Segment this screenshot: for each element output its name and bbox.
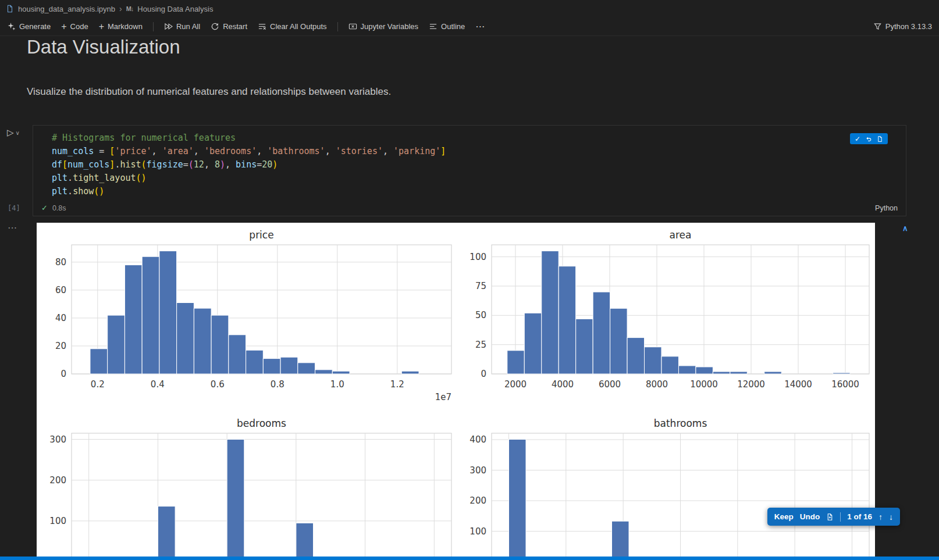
breadcrumb-section[interactable]: Housing Data Analysis bbox=[137, 5, 213, 13]
markdown-paragraph: Visualize the distribution of numerical … bbox=[27, 86, 391, 98]
code-cell[interactable]: # Histograms for numerical featuresnum_c… bbox=[33, 125, 906, 216]
add-markdown-label: Markdown bbox=[108, 22, 143, 31]
svg-text:20: 20 bbox=[55, 341, 66, 351]
jupyter-variables-button[interactable]: Jupyter Variables bbox=[348, 22, 418, 31]
svg-text:16000: 16000 bbox=[831, 379, 859, 390]
svg-text:1.2: 1.2 bbox=[390, 379, 404, 390]
svg-text:0: 0 bbox=[61, 369, 66, 379]
svg-text:12000: 12000 bbox=[737, 379, 765, 390]
breadcrumb: housing_data_analysis.ipynb › M↓ Housing… bbox=[0, 0, 939, 17]
divider bbox=[840, 512, 841, 522]
previous-edit-button[interactable]: ↑ bbox=[878, 512, 883, 522]
svg-text:area: area bbox=[670, 229, 692, 241]
svg-text:60: 60 bbox=[55, 285, 66, 295]
plus-icon: + bbox=[61, 22, 66, 32]
kernel-picker[interactable]: Python 3.13.3 bbox=[873, 22, 932, 31]
svg-text:0.4: 0.4 bbox=[151, 379, 165, 390]
toolbar-divider bbox=[337, 22, 338, 31]
scroll-up-icon[interactable]: ∧ bbox=[902, 224, 908, 233]
edit-review-bar: Keep Undo 1 of 16 ↑ ↓ bbox=[767, 508, 900, 526]
svg-text:100: 100 bbox=[49, 516, 66, 526]
svg-text:200: 200 bbox=[49, 475, 66, 486]
svg-text:bedrooms: bedrooms bbox=[237, 418, 286, 429]
cell-review-widget: ✓ bbox=[850, 133, 888, 144]
generate-button[interactable]: Generate bbox=[7, 22, 51, 31]
svg-text:200: 200 bbox=[470, 495, 486, 506]
next-edit-button[interactable]: ↓ bbox=[889, 512, 893, 522]
svg-text:0.2: 0.2 bbox=[91, 379, 105, 390]
notebook-file-icon bbox=[6, 5, 14, 13]
svg-text:40: 40 bbox=[55, 313, 66, 323]
outline-icon bbox=[429, 22, 438, 31]
add-code-label: Code bbox=[70, 22, 88, 31]
outline-label: Outline bbox=[441, 22, 465, 31]
restart-button[interactable]: Restart bbox=[211, 22, 247, 31]
clear-all-outputs-button[interactable]: Clear All Outputs bbox=[258, 22, 327, 31]
vscode-notebook-window: housing_data_analysis.ipynb › M↓ Housing… bbox=[0, 0, 939, 560]
svg-text:14000: 14000 bbox=[784, 379, 812, 390]
run-cell-controls[interactable]: ▷ ∨ bbox=[7, 127, 20, 138]
status-bar-edge bbox=[0, 557, 939, 560]
open-changed-file-icon[interactable] bbox=[826, 513, 834, 521]
discard-change-icon[interactable] bbox=[865, 135, 872, 142]
execution-count: [4] bbox=[8, 204, 20, 212]
run-cell-icon[interactable]: ▷ bbox=[7, 127, 14, 138]
run-all-button[interactable]: Run All bbox=[164, 22, 200, 31]
svg-text:300: 300 bbox=[49, 434, 66, 445]
sparkle-icon bbox=[7, 22, 16, 31]
svg-text:300: 300 bbox=[470, 465, 486, 476]
cell-output: 0204060800.20.40.60.81.01.21e7price02550… bbox=[37, 223, 875, 557]
keep-button[interactable]: Keep bbox=[774, 512, 794, 521]
execution-duration: 0.8s bbox=[52, 204, 66, 212]
outline-button[interactable]: Outline bbox=[429, 22, 465, 31]
jupyter-variables-label: Jupyter Variables bbox=[361, 22, 418, 31]
more-actions-button[interactable]: ⋯ bbox=[475, 21, 485, 32]
run-all-label: Run All bbox=[176, 22, 200, 31]
chevron-down-icon[interactable]: ∨ bbox=[16, 130, 20, 136]
svg-text:80: 80 bbox=[55, 257, 66, 267]
toolbar-divider bbox=[153, 22, 154, 31]
svg-text:400: 400 bbox=[470, 434, 486, 445]
open-file-icon[interactable] bbox=[877, 135, 883, 142]
markdown-heading: Data Visualization bbox=[27, 36, 180, 58]
variables-icon bbox=[348, 22, 357, 31]
cell-language-label[interactable]: Python bbox=[875, 204, 898, 212]
svg-text:75: 75 bbox=[475, 281, 486, 291]
clear-all-outputs-icon bbox=[258, 22, 266, 31]
edit-position-label: 1 of 16 bbox=[847, 512, 872, 521]
python-environment-icon bbox=[873, 22, 882, 31]
undo-button[interactable]: Undo bbox=[800, 512, 820, 521]
output-overflow-menu[interactable]: ⋯ bbox=[8, 222, 17, 233]
svg-text:100: 100 bbox=[470, 526, 486, 537]
restart-label: Restart bbox=[223, 22, 247, 31]
svg-text:8000: 8000 bbox=[646, 379, 668, 390]
svg-text:0: 0 bbox=[481, 369, 486, 379]
svg-text:1.0: 1.0 bbox=[330, 379, 344, 390]
svg-text:2000: 2000 bbox=[504, 379, 527, 390]
svg-text:4000: 4000 bbox=[552, 379, 574, 390]
svg-text:1e7: 1e7 bbox=[435, 392, 451, 402]
matplotlib-figure: 0204060800.20.40.60.81.01.21e7price02550… bbox=[37, 223, 875, 557]
svg-text:100: 100 bbox=[470, 252, 486, 262]
add-code-cell-button[interactable]: + Code bbox=[61, 22, 88, 32]
svg-text:10000: 10000 bbox=[690, 379, 718, 390]
breadcrumb-filename[interactable]: housing_data_analysis.ipynb bbox=[18, 5, 115, 13]
svg-text:0.8: 0.8 bbox=[271, 379, 284, 390]
svg-text:25: 25 bbox=[475, 340, 486, 350]
restart-icon bbox=[211, 22, 219, 31]
svg-text:bathrooms: bathrooms bbox=[654, 418, 707, 429]
cell-status-bar: ✓ 0.8s Python bbox=[33, 200, 906, 216]
accept-change-icon[interactable]: ✓ bbox=[855, 135, 860, 143]
breadcrumb-separator-icon: › bbox=[119, 4, 122, 13]
success-check-icon: ✓ bbox=[41, 204, 48, 212]
svg-text:price: price bbox=[249, 229, 273, 241]
markdown-section-icon: M↓ bbox=[126, 5, 134, 12]
add-markdown-cell-button[interactable]: + Markdown bbox=[99, 22, 143, 32]
python-version-label: Python 3.13.3 bbox=[885, 22, 932, 31]
more-actions-icon: ⋯ bbox=[475, 21, 485, 32]
svg-text:6000: 6000 bbox=[599, 379, 621, 390]
clear-all-outputs-label: Clear All Outputs bbox=[270, 22, 327, 31]
svg-text:0.6: 0.6 bbox=[211, 379, 225, 390]
generate-label: Generate bbox=[19, 22, 51, 31]
code-editor[interactable]: # Histograms for numerical featuresnum_c… bbox=[52, 131, 446, 198]
